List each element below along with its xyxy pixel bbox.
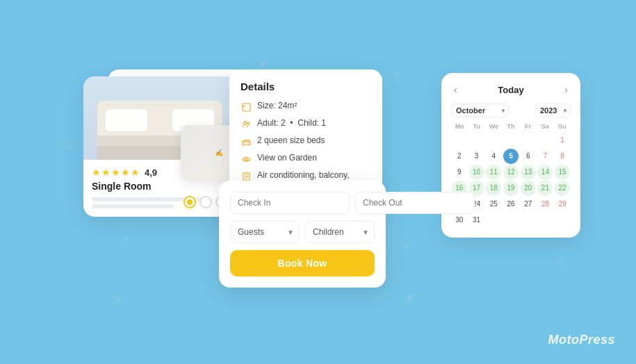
main-scene: ✕ ✕ ✕ ✕ + + ✍ <box>0 0 636 364</box>
radio-inner-1 <box>187 199 193 205</box>
svg-point-2 <box>243 121 246 124</box>
cal-day-13[interactable]: 13 <box>521 165 536 180</box>
svg-point-3 <box>247 122 249 124</box>
cal-day-8[interactable]: 8 <box>555 149 570 164</box>
cal-day-31[interactable]: 31 <box>469 213 484 228</box>
calendar-header: ‹ Today › <box>451 83 571 97</box>
cal-day-7[interactable]: 7 <box>537 149 553 164</box>
details-beds: 2 queen size beds <box>240 135 371 147</box>
cal-day-22[interactable]: 22 <box>555 181 570 196</box>
desc-line-2 <box>92 204 174 208</box>
calendar-day-headers: Mo Tu We Th Fr Sa Su <box>451 123 571 130</box>
beds-text: 2 queen size beds <box>257 135 325 145</box>
deco-x-3: ✕ <box>113 293 122 306</box>
deco-circle-2 <box>556 257 563 264</box>
header-tu: Tu <box>468 123 486 130</box>
header-sa: Sa <box>537 123 554 130</box>
cal-day-25[interactable]: 25 <box>486 197 501 212</box>
hotel-name: Single Room <box>92 181 228 192</box>
details-title: Details <box>240 81 371 92</box>
check-in-input[interactable] <box>230 192 350 214</box>
calendar-year-wrapper: 2023 2024 ▼ <box>535 104 571 117</box>
guests-select[interactable]: Guests 1 Guest 2 Guests 3 Guests <box>230 221 300 243</box>
deco-dot-2 <box>407 295 412 301</box>
motopress-brand: MotoPress <box>548 333 615 347</box>
svg-rect-5 <box>243 142 245 143</box>
cal-day-10[interactable]: 10 <box>469 165 484 180</box>
cal-day-14[interactable]: 14 <box>537 165 553 180</box>
details-view: View on Garden <box>240 153 371 165</box>
calendar-year-select[interactable]: 2023 2024 <box>535 104 571 117</box>
rating-number: 4,9 <box>145 167 157 178</box>
header-fr: Fr <box>519 123 537 130</box>
cal-empty-5 <box>537 133 553 148</box>
cal-day-30[interactable]: 30 <box>452 213 467 228</box>
view-text: View on Garden <box>257 153 317 163</box>
size-text: Size: 24m² <box>257 101 297 110</box>
svg-point-11 <box>245 158 247 160</box>
cal-day-28[interactable]: 28 <box>537 197 553 212</box>
svg-rect-6 <box>247 142 250 143</box>
children-select[interactable]: Children 0 1 2 3 <box>305 221 375 243</box>
book-now-button[interactable]: Book Now <box>230 250 375 276</box>
check-out-input[interactable] <box>355 192 475 214</box>
size-icon <box>240 101 252 113</box>
details-size: Size: 24m² <box>240 101 371 113</box>
cal-day-20[interactable]: 20 <box>521 181 536 196</box>
deco-plus-1: + <box>122 229 131 247</box>
calendar-month-row: JanuaryFebruaryMarch AprilMayJune JulyAu… <box>451 104 571 117</box>
calendar-month-select[interactable]: JanuaryFebruaryMarch AprilMayJune JulyAu… <box>451 104 509 117</box>
cal-empty-4 <box>521 133 536 148</box>
cal-day-4[interactable]: 4 <box>486 149 501 164</box>
svg-rect-0 <box>243 104 250 111</box>
cal-day-26[interactable]: 26 <box>503 197 519 212</box>
header-we: We <box>485 123 503 130</box>
cal-empty-1 <box>469 133 484 148</box>
cal-day-2[interactable]: 2 <box>452 149 467 164</box>
cal-day-9[interactable]: 9 <box>452 165 467 180</box>
hotel-card-overlay: ✍ <box>181 125 236 181</box>
cal-day-12[interactable]: 12 <box>503 165 519 180</box>
cal-day-18[interactable]: 18 <box>486 181 501 196</box>
cal-day-27[interactable]: 27 <box>521 197 536 212</box>
header-mo: Mo <box>451 123 468 130</box>
star-icons: ★★★★★ <box>92 167 140 178</box>
cal-day-3[interactable]: 3 <box>469 149 484 164</box>
cal-empty-3 <box>503 133 519 148</box>
cal-day-29[interactable]: 29 <box>555 197 570 212</box>
children-select-wrapper: Children 0 1 2 3 ▼ <box>305 221 375 243</box>
cal-empty-0 <box>452 133 467 148</box>
cal-day-5[interactable]: 5 <box>503 149 519 164</box>
overlay-content: ✍ <box>181 125 236 181</box>
cal-day-11[interactable]: 11 <box>486 165 501 180</box>
deco-circle-3 <box>73 201 79 207</box>
guests-text: Adult: 2 • Child: 1 <box>257 118 326 128</box>
header-th: Th <box>503 123 520 130</box>
cal-day-6[interactable]: 6 <box>521 149 536 164</box>
cal-day-21[interactable]: 21 <box>537 181 553 196</box>
beds-icon <box>240 136 252 147</box>
cal-empty-2 <box>486 133 501 148</box>
booking-widget: Guests 1 Guest 2 Guests 3 Guests ▼ Child… <box>219 181 386 288</box>
date-row <box>230 192 375 214</box>
hotel-card: ✍ ★★★★★ 4,9 Single Room <box>83 76 236 217</box>
radio-option-1[interactable] <box>184 196 196 208</box>
details-guests: Adult: 2 • Child: 1 <box>240 118 371 130</box>
calendar-today-label: Today <box>498 85 523 95</box>
guests-select-wrapper: Guests 1 Guest 2 Guests 3 Guests ▼ <box>230 221 300 243</box>
cal-day-19[interactable]: 19 <box>503 181 519 196</box>
radio-option-2[interactable] <box>199 196 212 208</box>
cal-day-15[interactable]: 15 <box>555 165 570 180</box>
guests-icon <box>240 119 252 130</box>
deco-dot-3 <box>403 243 407 247</box>
view-icon <box>240 154 252 165</box>
cal-day-1[interactable]: 1 <box>555 133 570 148</box>
header-su: Su <box>553 123 571 130</box>
calendar-next-button[interactable]: › <box>562 83 571 97</box>
deco-plus-2: + <box>584 76 592 91</box>
deco-circle-1 <box>61 139 71 149</box>
options-row: Guests 1 Guest 2 Guests 3 Guests ▼ Child… <box>230 221 375 243</box>
calendar-prev-button[interactable]: ‹ <box>451 83 460 97</box>
calendar-month-wrapper: JanuaryFebruaryMarch AprilMayJune JulyAu… <box>451 104 509 117</box>
deco-x-4: ✕ <box>392 69 400 81</box>
